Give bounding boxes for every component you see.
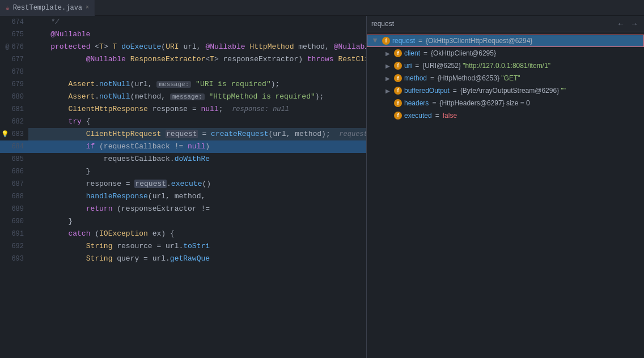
- debug-var-value: false: [443, 112, 457, 120]
- type-icon: f: [394, 49, 402, 57]
- line-number: 680: [0, 91, 28, 103]
- code-content: */: [28, 16, 366, 28]
- line-number: 686: [0, 165, 28, 178]
- code-line: @ 676 protected <T> T doExecute(URI url,…: [0, 41, 366, 53]
- code-line: 674 */: [0, 16, 366, 28]
- code-content: handleResponse(url, method,: [28, 190, 366, 203]
- line-number: 677: [0, 53, 28, 66]
- line-number: 679: [0, 78, 28, 91]
- debug-panel-header: request ← →: [367, 16, 644, 32]
- debug-tree-item-request[interactable]: ▶ f request = {OkHttp3ClientHttpRequest@…: [367, 35, 644, 47]
- line-number: 678: [0, 66, 28, 78]
- line-number: 690: [0, 215, 28, 228]
- type-icon: f: [382, 37, 390, 45]
- debug-tree-item-client[interactable]: ▶ f client = {OkHttpClient@6295}: [367, 47, 644, 59]
- line-number: 675: [0, 28, 28, 41]
- code-content: Assert.notNull(url, message: "URI is req…: [28, 78, 366, 91]
- line-number-debug: ● ▶ 💡 683: [0, 128, 28, 140]
- code-content: catch (IOException ex) {: [28, 228, 366, 240]
- debug-toolbar: ← →: [616, 18, 639, 29]
- debug-var-name: executed: [404, 112, 432, 120]
- line-number: 688: [0, 190, 28, 203]
- debug-var-value: {OkHttpClient@6295}: [431, 49, 496, 57]
- lightbulb-icon: 💡: [1, 128, 9, 140]
- debug-var-value: {ByteArrayOutputStream@6296} "": [460, 87, 566, 95]
- line-number: 691: [0, 228, 28, 240]
- type-icon: f: [394, 112, 402, 120]
- code-content: ClientHttpRequest request = createReques…: [28, 128, 366, 140]
- debug-var-name: headers: [404, 99, 429, 107]
- line-number: @ 676: [0, 41, 28, 53]
- code-content: String query = url.getRawQue: [28, 253, 366, 265]
- type-icon: f: [394, 99, 402, 107]
- code-line: 679 Assert.notNull(url, message: "URI is…: [0, 78, 366, 91]
- code-content: }: [28, 215, 366, 228]
- debug-tree-item-bufferedOutput[interactable]: ▶ f bufferedOutput = {ByteArrayOutputStr…: [367, 84, 644, 97]
- debug-tree-item-uri[interactable]: ▶ f uri = {URI@6252} "http://127.0.0.1:8…: [367, 59, 644, 72]
- type-icon: f: [394, 87, 402, 95]
- close-tab-button[interactable]: ×: [86, 5, 89, 11]
- type-icon: f: [394, 62, 402, 70]
- debug-var-name: client: [404, 49, 420, 57]
- code-line: 692 String resource = url.toStri: [0, 240, 366, 253]
- code-line: 691 catch (IOException ex) {: [0, 228, 366, 240]
- line-number: 674: [0, 16, 28, 28]
- line-number: 692: [0, 240, 28, 253]
- code-content: String resource = url.toStri: [28, 240, 366, 253]
- code-content: response = request.execute(): [28, 178, 366, 190]
- code-content: return (responseExtractor !=: [28, 203, 366, 215]
- debug-forward-button[interactable]: →: [629, 18, 639, 29]
- code-line-debug: ● ▶ 💡 683 ClientHttpRequest request = cr…: [0, 128, 366, 140]
- tab-filename: RestTemplate.java: [13, 4, 82, 12]
- line-number: 681: [0, 103, 28, 116]
- tree-expand-icon[interactable]: ▶: [384, 87, 392, 95]
- tab-bar: ☕ RestTemplate.java ×: [0, 0, 644, 16]
- code-line: 690 }: [0, 215, 366, 228]
- type-icon: f: [394, 74, 402, 82]
- code-line: 688 handleResponse(url, method,: [0, 190, 366, 203]
- tree-expand-icon[interactable]: ▶: [384, 62, 392, 70]
- tree-expand-icon[interactable]: ▶: [384, 74, 392, 82]
- debug-tree: ▶ f request = {OkHttp3ClientHttpRequest@…: [367, 32, 644, 358]
- debug-var-value: {OkHttp3ClientHttpRequest@6294}: [426, 37, 532, 45]
- code-line: 678: [0, 66, 366, 78]
- debug-tree-item-headers[interactable]: f headers = {HttpHeaders@6297} size = 0: [367, 97, 644, 109]
- file-icon: ☕: [6, 4, 10, 11]
- tree-expand-icon[interactable]: ▶: [384, 49, 392, 57]
- code-content: [28, 66, 366, 78]
- debug-var-name: bufferedOutput: [404, 87, 450, 95]
- debug-var-value: {HttpHeaders@6297} size = 0: [439, 99, 529, 107]
- code-content: @Nullable: [28, 28, 366, 41]
- tree-expand-icon[interactable]: ▶: [372, 37, 380, 45]
- debug-var-name: uri: [404, 62, 412, 70]
- line-number: 689: [0, 203, 28, 215]
- code-line: 681 ClientHttpResponse response = null; …: [0, 103, 366, 116]
- debug-panel-title: request: [371, 20, 394, 28]
- debug-var-name: request: [392, 37, 415, 45]
- debug-var-value: {HttpMethod@6253} "GET": [438, 74, 520, 82]
- debug-back-button[interactable]: ←: [616, 18, 626, 29]
- line-number: 685: [0, 153, 28, 165]
- code-line: 685 requestCallback.doWithRe: [0, 153, 366, 165]
- line-number: 684: [0, 140, 28, 153]
- code-line: 682 try {: [0, 116, 366, 128]
- code-content: Assert.notNull(method, message: "HttpMet…: [28, 91, 366, 103]
- file-tab[interactable]: ☕ RestTemplate.java ×: [0, 0, 95, 16]
- code-line: 680 Assert.notNull(method, message: "Htt…: [0, 91, 366, 103]
- code-content: protected <T> T doExecute(URI url, @Null…: [28, 41, 366, 53]
- line-number: 682: [0, 116, 28, 128]
- code-lines: 674 */ 675 @Nullable @ 676 protected <T>…: [0, 16, 366, 265]
- code-area: 674 */ 675 @Nullable @ 676 protected <T>…: [0, 16, 366, 358]
- debug-tree-item-method[interactable]: ▶ f method = {HttpMethod@6253} "GET": [367, 72, 644, 84]
- code-line: 677 @Nullable ResponseExtractor<T> respo…: [0, 53, 366, 66]
- line-number: 687: [0, 178, 28, 190]
- code-content: }: [28, 165, 366, 178]
- code-content: if (requestCallback != null): [28, 140, 366, 153]
- debug-var-value: {URI@6252} "http://127.0.0.1:8081/item/1…: [422, 62, 550, 70]
- debug-panel: request ← → ▶ f request = {OkHttp3Client…: [366, 16, 644, 358]
- code-line: 693 String query = url.getRawQue: [0, 253, 366, 265]
- code-line: 686 }: [0, 165, 366, 178]
- debug-tree-item-executed[interactable]: f executed = false: [367, 109, 644, 122]
- code-line: 675 @Nullable: [0, 28, 366, 41]
- code-content: requestCallback.doWithRe: [28, 153, 366, 165]
